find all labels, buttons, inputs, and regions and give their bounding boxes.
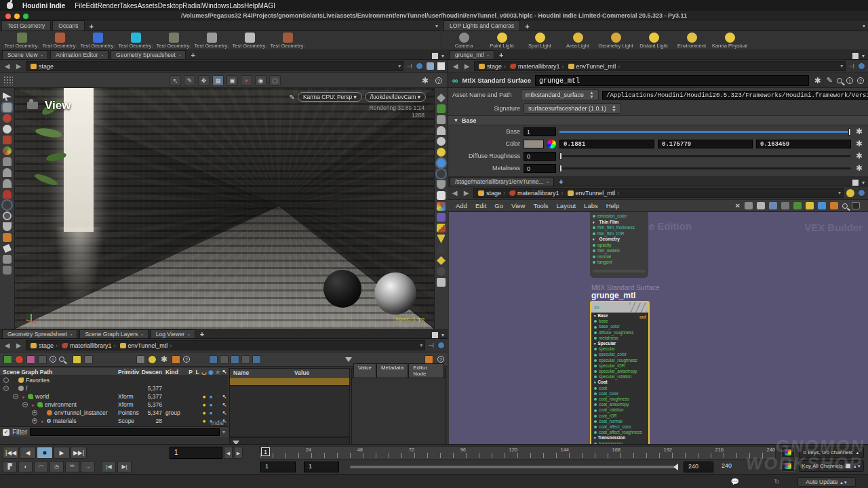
drag-handle-icon[interactable]: [3, 76, 13, 85]
help-icon[interactable]: ?: [857, 77, 864, 84]
range-end-field[interactable]: 240: [684, 462, 713, 472]
snap-curve-icon[interactable]: [3, 168, 12, 177]
help-icon[interactable]: ?: [437, 356, 444, 363]
grunge-mtl-node[interactable]: ∞ Basebasebase_colordiffuse_roughnessmet…: [590, 301, 650, 444]
brush-icon[interactable]: ✎: [827, 76, 833, 85]
popup-param[interactable]: Thin Film: [593, 220, 646, 226]
close-tab-icon[interactable]: ▪: [547, 180, 549, 184]
base-value-field[interactable]: 1: [524, 127, 556, 136]
path-dropdown-icon[interactable]: ▾: [838, 190, 841, 196]
gear-icon[interactable]: ✱: [854, 139, 864, 148]
mask-icon[interactable]: [26, 355, 35, 364]
activation-toggle[interactable]: ●: [201, 401, 208, 408]
current-frame-field[interactable]: 1: [170, 447, 222, 459]
snapshot-icon[interactable]: [427, 62, 434, 70]
filter-dropdown-icon[interactable]: ▾: [222, 429, 225, 435]
character-icon[interactable]: [437, 126, 446, 135]
path-dropdown-icon[interactable]: ▾: [420, 342, 422, 348]
popup-param[interactable]: thin_film_IOR: [593, 231, 646, 237]
network-pane-tab[interactable]: /stage/materiallibrary1/envTunne...▪: [450, 177, 554, 186]
camera-icon[interactable]: [437, 278, 446, 287]
snap-point-icon[interactable]: [3, 179, 12, 188]
color-wheel-icon[interactable]: [547, 140, 556, 148]
bag-icon[interactable]: [425, 355, 433, 364]
inspector-tab[interactable]: Value: [353, 363, 376, 378]
pane-maximize-icon[interactable]: [432, 332, 438, 338]
name-column-header[interactable]: Name: [230, 369, 291, 376]
favorite-toggle[interactable]: ·: [214, 393, 221, 400]
menu-item[interactable]: File: [75, 2, 85, 9]
gear-icon[interactable]: ✱: [854, 151, 864, 161]
audio-icon[interactable]: ◖: [18, 461, 33, 472]
node-param[interactable]: base_color: [591, 324, 648, 329]
color-palette-icon[interactable]: [793, 202, 802, 209]
favorite-toggle[interactable]: ·: [214, 409, 221, 416]
headlight-icon[interactable]: [437, 148, 446, 157]
node-param[interactable]: coat_roughness: [591, 396, 648, 402]
network-canvas[interactable]: Indie Edition VEX Builder emission_color…: [449, 212, 868, 444]
snapshot-gallery-icon[interactable]: [437, 224, 446, 232]
secure-selection-icon[interactable]: [3, 103, 12, 112]
network-breadcrumb[interactable]: stage›materiallibrary1›envTunnel_mtl› ▾: [473, 188, 844, 198]
search-icon[interactable]: [842, 203, 848, 209]
menu-item[interactable]: Windows: [202, 2, 230, 9]
visibility-icon[interactable]: [437, 94, 446, 102]
add-shelf-tab-button[interactable]: +: [85, 22, 98, 30]
back-icon[interactable]: ◀: [3, 342, 12, 349]
metalness-slider[interactable]: [559, 167, 851, 169]
scene-viewport[interactable]: View ✎ Karma CPU: Persp ▾ /lookdev/ldevC…: [0, 88, 448, 329]
network-menu-item[interactable]: Layout: [553, 202, 580, 209]
network-menu-item[interactable]: Go: [490, 202, 507, 209]
diamond-icon[interactable]: [437, 256, 446, 265]
sceneview-breadcrumb[interactable]: stage ▾: [26, 61, 403, 71]
expander-icon[interactable]: −: [3, 386, 9, 391]
forward-icon[interactable]: ▶: [462, 189, 471, 197]
tree-header[interactable]: Scene Graph Path Primitiv Descen Kind P …: [0, 368, 228, 376]
diffuse-roughness-field[interactable]: 0: [524, 152, 556, 161]
stop-button[interactable]: ■: [37, 447, 53, 459]
popup-param[interactable]: opacity: [593, 243, 646, 249]
sheet-icon[interactable]: [757, 202, 765, 209]
clock-icon[interactable]: ◷: [50, 461, 64, 472]
frame-dec-button[interactable]: ◀: [224, 447, 233, 459]
node-param[interactable]: coat_affect_color: [591, 424, 648, 430]
node-display-icon[interactable]: [3, 355, 12, 364]
expander-icon[interactable]: [3, 378, 9, 383]
color-b-field[interactable]: 0.163459: [756, 140, 851, 148]
gear-icon[interactable]: ✱: [159, 354, 169, 364]
render-region-icon[interactable]: [437, 267, 446, 276]
network-menu-item[interactable]: Add: [452, 202, 471, 209]
select-arrow-icon[interactable]: [3, 92, 12, 101]
range-slider[interactable]: [350, 466, 674, 468]
pane-tab[interactable]: Scene Graph Layers▪: [79, 329, 148, 338]
expander-icon[interactable]: −: [22, 402, 28, 407]
mirror-icon[interactable]: [3, 222, 12, 231]
menu-item[interactable]: Labs: [229, 2, 244, 9]
node-name-field[interactable]: grunge_mtl: [535, 75, 809, 86]
popup-param[interactable]: tangent: [593, 260, 646, 266]
background-image-icon[interactable]: [437, 104, 446, 113]
base-section-header[interactable]: ▼Base: [448, 115, 868, 125]
sculpt-tool-icon[interactable]: [3, 125, 12, 134]
pane-tab[interactable]: Animation Editor▪: [50, 50, 108, 59]
pin-icon[interactable]: ⊣: [848, 62, 854, 70]
key-all-channels-button[interactable]: Key All Channels▲▼: [799, 460, 864, 472]
render-view-icon[interactable]: ◉: [255, 75, 267, 86]
grid-icon[interactable]: [769, 202, 777, 209]
node-output-label[interactable]: out: [639, 314, 646, 319]
menu-item[interactable]: Desktop: [158, 2, 183, 9]
lock-camera-icon[interactable]: [437, 115, 446, 124]
brush-tool-icon[interactable]: ✎: [184, 75, 195, 86]
timeline-ruler[interactable]: 24487296120144168192216240 1: [259, 446, 776, 460]
select-tool-icon[interactable]: ↖: [170, 75, 181, 86]
keys-status-button[interactable]: 0 keys, 0/0 channels▲: [799, 447, 864, 458]
snap-tool-icon[interactable]: ▦: [212, 75, 224, 86]
color-g-field[interactable]: 0.175779: [658, 140, 753, 148]
sliders-icon[interactable]: [38, 355, 47, 364]
range-subend-field[interactable]: 240: [717, 462, 747, 472]
pane-maximize-icon[interactable]: [432, 53, 438, 59]
filter-input[interactable]: [30, 428, 220, 436]
node-param[interactable]: specular_color: [591, 352, 648, 357]
expander-icon[interactable]: −: [13, 394, 18, 399]
node-param[interactable]: coat_IOR: [591, 413, 648, 419]
